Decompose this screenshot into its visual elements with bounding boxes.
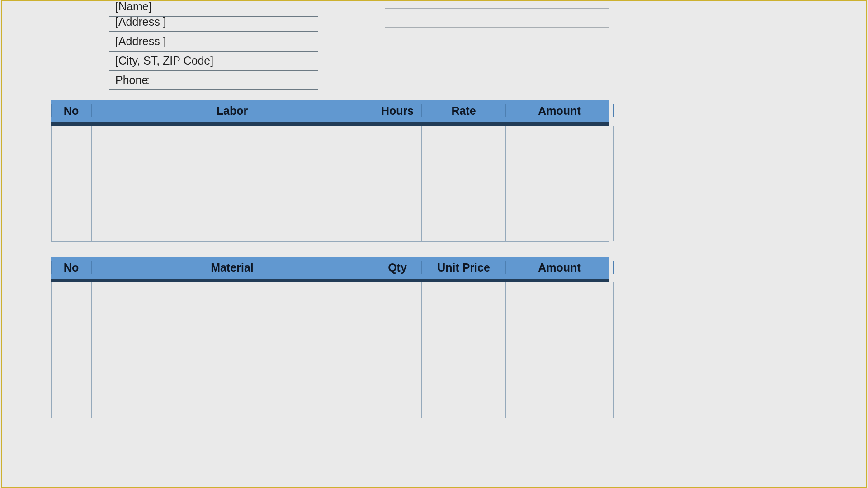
right-line-2 <box>385 27 609 28</box>
recipient-address2[interactable]: [Address ] <box>109 32 318 52</box>
labor-cell-no[interactable] <box>51 126 92 241</box>
phone-colon: : <box>146 74 150 86</box>
material-header-qty: Qty <box>373 261 422 274</box>
material-cell-amount[interactable] <box>506 282 614 369</box>
material-header-desc: Material <box>92 261 373 274</box>
material-header-underline <box>51 279 609 282</box>
recipient-address1[interactable]: [Address ] <box>109 12 318 32</box>
labor-header-amount: Amount <box>506 104 614 117</box>
labor-header-no: No <box>51 104 92 117</box>
material-header-no: No <box>51 261 92 274</box>
labor-header-hours: Hours <box>373 104 422 117</box>
labor-header-row: No Labor Hours Rate Amount <box>51 100 609 122</box>
phone-label: Phone <box>115 73 143 87</box>
labor-cell-desc[interactable] <box>92 126 373 241</box>
material-header-row: No Material Qty Unit Price Amount <box>51 257 609 279</box>
labor-header-underline <box>51 122 609 126</box>
document-frame: [Name] [Address ] [Address ] [City, ST, … <box>1 0 658 369</box>
labor-cell-rate[interactable] <box>422 126 506 241</box>
labor-table: No Labor Hours Rate Amount <box>51 100 609 242</box>
material-cell-qty[interactable] <box>373 282 422 369</box>
right-line-1 <box>385 8 609 9</box>
material-header-unitprice: Unit Price <box>422 261 506 274</box>
labor-body[interactable] <box>51 126 609 242</box>
labor-header-rate: Rate <box>422 104 506 117</box>
material-cell-no[interactable] <box>51 282 92 369</box>
material-table: No Material Qty Unit Price Amount <box>51 257 609 369</box>
material-header-amount: Amount <box>506 261 614 274</box>
material-cell-desc[interactable] <box>92 282 373 369</box>
material-cell-unitprice[interactable] <box>422 282 506 369</box>
recipient-phone[interactable]: Phone : <box>109 70 318 90</box>
right-line-3 <box>385 47 609 47</box>
material-body[interactable] <box>51 282 609 369</box>
labor-cell-amount[interactable] <box>506 126 614 241</box>
labor-cell-hours[interactable] <box>373 126 422 241</box>
recipient-city[interactable]: [City, ST, ZIP Code] <box>109 51 318 71</box>
labor-header-desc: Labor <box>92 104 373 117</box>
